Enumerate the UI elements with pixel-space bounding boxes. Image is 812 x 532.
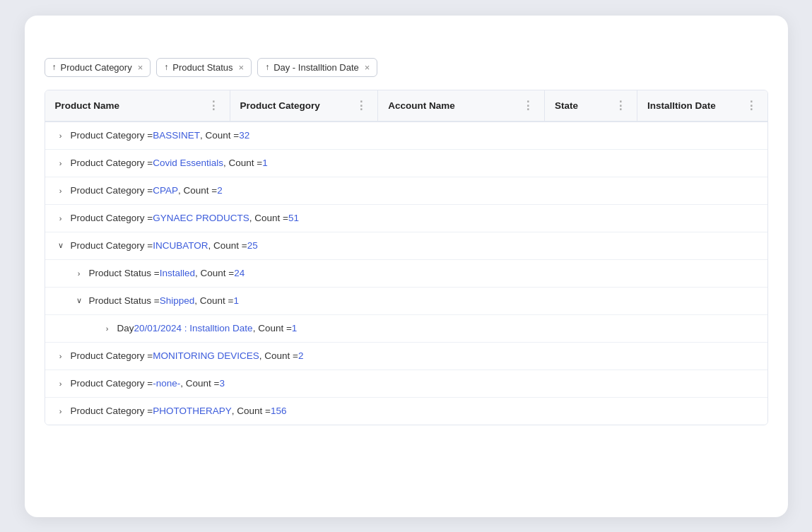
- row-chevron-icon[interactable]: ›: [55, 350, 66, 362]
- table-header: Product Name ⋮ Product Category ⋮ Accoun…: [45, 90, 767, 122]
- row-count-value: 24: [234, 268, 245, 278]
- table-row[interactable]: › Product Status = Installed, Count = 24: [45, 260, 767, 288]
- column-menu-icon[interactable]: ⋮: [355, 99, 367, 112]
- row-count-label: , Count =: [195, 268, 234, 278]
- row-chevron-icon[interactable]: ›: [55, 185, 66, 196]
- row-chevron-icon[interactable]: ∨: [73, 295, 85, 307]
- row-text: Product Category = -none-, Count = 3: [71, 378, 225, 389]
- row-value: Installed: [160, 268, 195, 278]
- table-body: › Product Category = BASSINET, Count = 3…: [45, 122, 767, 425]
- table-row[interactable]: › Day 20/01/2024 : Installtion Date, Cou…: [45, 315, 767, 343]
- row-value: CPAP: [153, 185, 178, 196]
- table-row[interactable]: › Product Category = -none-, Count = 3: [45, 370, 767, 398]
- row-prefix: Day: [117, 323, 134, 333]
- table-row[interactable]: ∨ Product Status = Shipped, Count = 1: [45, 288, 767, 315]
- row-chevron-icon[interactable]: ›: [55, 130, 66, 141]
- column-menu-icon[interactable]: ⋮: [208, 99, 220, 112]
- column-menu-icon[interactable]: ⋮: [746, 99, 758, 112]
- filter-bar: ↑ Product Category × ↑ Product Status × …: [45, 58, 768, 77]
- filter-arrow-icon: ↑: [265, 62, 269, 72]
- row-count-label: , Count =: [178, 185, 217, 196]
- row-count-value: 2: [298, 350, 304, 361]
- filter-arrow-icon: ↑: [52, 62, 57, 72]
- filter-label: Day - Installtion Date: [273, 62, 359, 73]
- row-value: INCUBATOR: [153, 240, 208, 251]
- row-chevron-icon[interactable]: ›: [55, 213, 66, 224]
- filter-label: Product Status: [172, 62, 233, 73]
- column-header-4: Installtion Date ⋮: [637, 90, 767, 121]
- row-chevron-icon[interactable]: ›: [55, 378, 66, 389]
- row-prefix: Product Status =: [89, 268, 160, 278]
- row-count-label: , Count =: [259, 350, 298, 361]
- row-prefix: Product Category =: [71, 158, 153, 168]
- row-value: 20/01/2024 : Installtion Date: [134, 323, 253, 333]
- column-header-3: State ⋮: [545, 90, 637, 121]
- column-header-2: Account Name ⋮: [378, 90, 545, 121]
- row-count-value: 1: [233, 295, 239, 306]
- row-prefix: Product Category =: [71, 406, 153, 416]
- row-count-value: 156: [271, 406, 287, 416]
- filter-chip-2[interactable]: ↑ Day - Installtion Date ×: [257, 58, 377, 77]
- row-count-label: , Count =: [253, 323, 292, 333]
- row-text: Product Category = GYNAEC PRODUCTS, Coun…: [71, 213, 299, 223]
- row-count-label: , Count =: [200, 130, 239, 141]
- row-text: Product Category = Covid Essentials, Cou…: [71, 158, 268, 168]
- row-text: Day 20/01/2024 : Installtion Date, Count…: [117, 323, 298, 333]
- row-value: GYNAEC PRODUCTS: [153, 213, 249, 223]
- column-label: State: [555, 100, 578, 111]
- row-prefix: Product Status =: [89, 295, 160, 306]
- row-value: -none-: [153, 378, 180, 389]
- table-row[interactable]: › Product Category = GYNAEC PRODUCTS, Co…: [45, 205, 767, 232]
- filter-close-icon[interactable]: ×: [239, 62, 245, 73]
- column-label: Account Name: [388, 100, 455, 111]
- main-card: ↑ Product Category × ↑ Product Status × …: [25, 16, 788, 517]
- table-row[interactable]: › Product Category = MONITORING DEVICES,…: [45, 343, 767, 370]
- row-count-value: 3: [219, 378, 225, 389]
- row-chevron-icon[interactable]: ›: [55, 406, 66, 417]
- row-text: Product Category = PHOTOTHERAPY, Count =…: [71, 406, 287, 416]
- column-header-1: Product Category ⋮: [230, 90, 379, 121]
- row-chevron-icon[interactable]: ∨: [55, 240, 66, 252]
- row-prefix: Product Category =: [71, 213, 153, 223]
- table-row[interactable]: › Product Category = PHOTOTHERAPY, Count…: [45, 398, 767, 425]
- row-count-value: 32: [239, 130, 249, 141]
- table-row[interactable]: › Product Category = BASSINET, Count = 3…: [45, 122, 767, 150]
- row-count-value: 51: [288, 213, 299, 223]
- column-label: Product Name: [55, 100, 120, 111]
- filter-chip-0[interactable]: ↑ Product Category ×: [45, 58, 151, 77]
- filter-chip-1[interactable]: ↑ Product Status ×: [156, 58, 252, 77]
- row-count-label: , Count =: [249, 213, 288, 223]
- table-row[interactable]: › Product Category = Covid Essentials, C…: [45, 150, 767, 177]
- row-prefix: Product Category =: [71, 130, 153, 141]
- row-value: BASSINET: [153, 130, 200, 141]
- row-text: Product Category = MONITORING DEVICES, C…: [71, 350, 304, 361]
- row-value: MONITORING DEVICES: [153, 350, 259, 361]
- row-count-value: 1: [262, 158, 268, 168]
- table-row[interactable]: › Product Category = CPAP, Count = 2: [45, 177, 767, 205]
- row-count-value: 25: [247, 240, 258, 251]
- row-prefix: Product Category =: [71, 378, 153, 389]
- row-count-label: , Count =: [180, 378, 219, 389]
- table-row[interactable]: ∨ Product Category = INCUBATOR, Count = …: [45, 232, 767, 260]
- filter-close-icon[interactable]: ×: [365, 62, 370, 73]
- column-menu-icon[interactable]: ⋮: [615, 99, 627, 112]
- row-chevron-icon[interactable]: ›: [55, 158, 66, 169]
- row-prefix: Product Category =: [71, 350, 153, 361]
- row-value: PHOTOTHERAPY: [153, 406, 232, 416]
- column-menu-icon[interactable]: ⋮: [522, 99, 534, 112]
- row-text: Product Category = CPAP, Count = 2: [71, 185, 223, 196]
- row-text: Product Category = INCUBATOR, Count = 25: [71, 240, 258, 251]
- data-table: Product Name ⋮ Product Category ⋮ Accoun…: [45, 90, 768, 425]
- row-text: Product Status = Shipped, Count = 1: [89, 295, 239, 306]
- filter-close-icon[interactable]: ×: [138, 62, 143, 73]
- row-count-value: 1: [292, 323, 298, 333]
- column-label: Installtion Date: [647, 100, 716, 111]
- column-label: Product Category: [240, 100, 320, 111]
- row-chevron-icon[interactable]: ›: [102, 323, 113, 334]
- row-text: Product Status = Installed, Count = 24: [89, 268, 245, 278]
- row-count-label: , Count =: [194, 295, 233, 306]
- row-chevron-icon[interactable]: ›: [73, 268, 85, 279]
- row-count-value: 2: [217, 185, 223, 196]
- column-header-0: Product Name ⋮: [45, 90, 230, 121]
- filter-label: Product Category: [61, 62, 132, 73]
